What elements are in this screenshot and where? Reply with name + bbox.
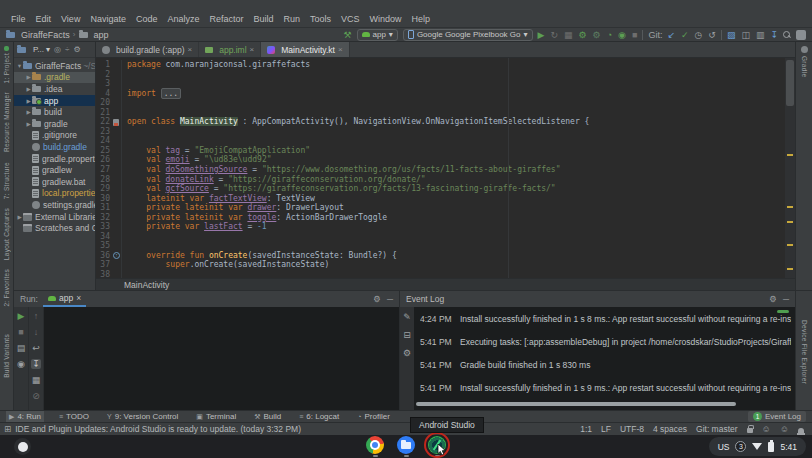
status-message[interactable]: IDE and Plugin Updates: Android Studio i… bbox=[15, 424, 301, 434]
caret-position[interactable]: 1:1 bbox=[580, 424, 592, 434]
run-configuration-select[interactable]: app ▾ bbox=[357, 29, 398, 41]
toolwindow-profiler[interactable]: ◔Profiler bbox=[354, 411, 393, 422]
collapse-all-icon[interactable]: ÷ bbox=[65, 45, 69, 54]
event-log-entry[interactable]: 5:41 PMExecuting tasks: [:app:assembleDe… bbox=[420, 337, 791, 360]
apply-code-changes-button[interactable]: ⚙ bbox=[593, 30, 601, 40]
notifications-bell-icon[interactable] bbox=[798, 428, 804, 433]
tool-stripe-device-file-explorer[interactable]: Device File Explorer bbox=[801, 320, 808, 384]
debug-button[interactable]: ◉ bbox=[618, 30, 626, 40]
locate-file-icon[interactable]: ◎ bbox=[54, 45, 61, 54]
git-rollback-button[interactable]: ↺ bbox=[708, 30, 716, 40]
emulator-button[interactable]: ◫ bbox=[741, 30, 750, 40]
tool-stripe-2-favorites[interactable]: 2: Favorites bbox=[3, 269, 10, 307]
warning-mark[interactable] bbox=[787, 244, 793, 246]
gear-icon[interactable]: ⚙ bbox=[373, 294, 381, 304]
event-log-entry[interactable]: 4:24 PMInstall successfully finished in … bbox=[420, 314, 791, 337]
warning-mark[interactable] bbox=[787, 268, 793, 270]
toolwindow-terminal[interactable]: ▣Terminal bbox=[193, 411, 239, 422]
launcher-button[interactable] bbox=[14, 438, 31, 455]
breadcrumb-module[interactable]: app bbox=[94, 30, 109, 40]
toolwindow-4-run[interactable]: ▶4: Run bbox=[6, 411, 44, 422]
gear-icon[interactable]: ⚙ bbox=[769, 294, 777, 304]
menu-code[interactable]: Code bbox=[131, 13, 163, 25]
menu-edit[interactable]: Edit bbox=[31, 13, 57, 25]
tree-item-external-libraries[interactable]: ▶External Libraries bbox=[14, 211, 95, 223]
profile-button[interactable]: ◔ bbox=[607, 30, 612, 40]
menu-analyze[interactable]: Analyze bbox=[162, 13, 204, 25]
tool-window-switcher-icon[interactable]: ⊞ bbox=[4, 424, 11, 434]
event-log-entry[interactable]: 5:41 PMGradle build finished in 1 s 830 … bbox=[420, 360, 791, 383]
rerun-icon[interactable]: ▶ bbox=[18, 311, 25, 321]
coverage-button[interactable]: ▦ bbox=[564, 30, 573, 40]
menu-window[interactable]: Window bbox=[365, 13, 407, 25]
search-icon[interactable] bbox=[783, 31, 791, 39]
device-select[interactable]: Google Google Pixelbook Go ▾ bbox=[403, 29, 533, 41]
scrollbar-thumb[interactable] bbox=[786, 60, 794, 106]
device-manager-button[interactable]: ▥ bbox=[756, 30, 765, 40]
tree-item-scratches-and-consoles[interactable]: Scratches and Consoles bbox=[14, 222, 95, 234]
tool-stripe-build-variants[interactable]: Build Variants bbox=[3, 334, 10, 378]
minimize-icon[interactable]: ─ bbox=[783, 294, 789, 304]
highlighting-level-icon[interactable]: ☺ bbox=[762, 425, 771, 434]
tab-app-iml[interactable]: app.iml× bbox=[199, 42, 261, 57]
tree-item-settings-gradle[interactable]: settings.gradle bbox=[14, 199, 95, 211]
git-branch[interactable]: Git: master bbox=[696, 424, 738, 434]
up-stack-trace-icon[interactable]: ↑ bbox=[34, 311, 39, 321]
menu-vcs[interactable]: VCS bbox=[336, 13, 365, 25]
horizontal-scrollbar[interactable] bbox=[416, 402, 736, 406]
git-commit-button[interactable]: ✓ bbox=[681, 30, 689, 40]
warning-mark[interactable] bbox=[787, 206, 793, 208]
toolwindow-9-version-control[interactable]: Y9: Version Control bbox=[104, 411, 181, 422]
tree-arrow-icon[interactable]: ▶ bbox=[25, 98, 32, 104]
menu-refactor[interactable]: Refactor bbox=[204, 13, 248, 25]
build-hammer-icon[interactable]: ⚒ bbox=[343, 30, 351, 40]
close-icon[interactable]: × bbox=[338, 45, 343, 54]
indent-style[interactable]: 4 spaces bbox=[653, 424, 687, 434]
tree-item-gradlew-bat[interactable]: gradlew.bat bbox=[14, 176, 95, 188]
tree-item-build[interactable]: ▶build bbox=[14, 106, 95, 118]
soft-wrap-icon[interactable]: ↩ bbox=[32, 343, 40, 353]
pin-tab-icon[interactable]: ◉ bbox=[17, 359, 25, 369]
menu-build[interactable]: Build bbox=[248, 13, 278, 25]
taskbar-files[interactable] bbox=[397, 436, 415, 457]
tree-item-build-gradle[interactable]: build.gradle bbox=[14, 141, 95, 153]
tab-mainactivity-kt[interactable]: MainActivity.kt× bbox=[261, 42, 349, 57]
tree-arrow-icon[interactable]: ▶ bbox=[25, 121, 32, 127]
down-stack-trace-icon[interactable]: ↓ bbox=[34, 327, 39, 337]
line-separator[interactable]: LF bbox=[601, 424, 611, 434]
tree-arrow-icon[interactable]: ▶ bbox=[16, 214, 23, 220]
editor-breadcrumb[interactable]: MainActivity bbox=[96, 278, 795, 290]
run-tab-app[interactable]: app × bbox=[43, 291, 86, 307]
tree-item--gradle[interactable]: ▶.gradle bbox=[14, 72, 95, 84]
tree-item-giraffefacts[interactable]: ▼GiraffeFacts ~/S bbox=[14, 60, 95, 72]
tree-item-app[interactable]: ▶app bbox=[14, 95, 95, 107]
run-button[interactable]: ▶ bbox=[538, 30, 545, 40]
restore-layout-icon[interactable]: ▤ bbox=[17, 343, 26, 353]
close-icon[interactable]: × bbox=[76, 293, 81, 303]
tab-build-gradle-app-[interactable]: build.gradle (:app)× bbox=[96, 42, 199, 57]
menu-run[interactable]: Run bbox=[279, 13, 306, 25]
device-file-explorer-button[interactable]: ▨ bbox=[727, 30, 736, 40]
project-view-select[interactable]: P...▾ bbox=[33, 45, 50, 54]
stop-button[interactable]: ■ bbox=[632, 30, 637, 40]
stop-icon[interactable]: ■ bbox=[18, 327, 23, 337]
error-stripe[interactable] bbox=[785, 58, 795, 278]
tree-arrow-icon[interactable]: ▶ bbox=[25, 109, 32, 115]
taskbar-chrome[interactable] bbox=[366, 436, 384, 457]
breadcrumb-project[interactable]: GiraffeFacts bbox=[21, 30, 70, 40]
taskbar-android-studio[interactable] bbox=[428, 436, 446, 457]
reader-mode-icon[interactable]: ☺ bbox=[780, 425, 789, 434]
tool-stripe-1-project[interactable]: 1: Project bbox=[3, 46, 10, 83]
avatar[interactable] bbox=[796, 30, 806, 40]
warning-mark[interactable] bbox=[787, 154, 793, 156]
clear-console-icon[interactable]: ⊘ bbox=[32, 391, 40, 401]
tool-stripe-resource-manager[interactable]: Resource Manager bbox=[3, 92, 10, 152]
toolwindow-6-logcat[interactable]: ≡6: Logcat bbox=[296, 411, 342, 422]
tree-item--gitignore[interactable]: .gitignore bbox=[14, 130, 95, 142]
menu-tools[interactable]: Tools bbox=[305, 13, 336, 25]
menu-navigate[interactable]: Navigate bbox=[85, 13, 131, 25]
apply-changes-button[interactable]: ⚙ bbox=[579, 30, 587, 40]
tree-item-gradle-properties[interactable]: gradle.properties bbox=[14, 153, 95, 165]
print-icon[interactable]: ▦ bbox=[32, 375, 41, 385]
override-method-gutter-icon[interactable]: ↑ bbox=[113, 252, 120, 259]
